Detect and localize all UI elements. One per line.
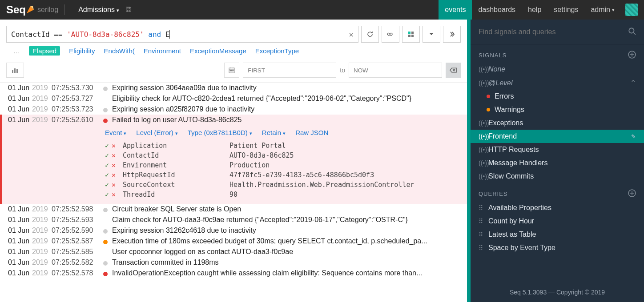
event-row[interactable]: 01 Jun 2019 07:25:52.587 Execution time … — [0, 236, 467, 246]
link-button[interactable] — [382, 26, 399, 43]
action-event[interactable]: Event — [105, 129, 126, 136]
include-prop-button[interactable]: ✓ — [105, 191, 109, 199]
event-row[interactable]: 01 Jun 2019 07:25:52.585 User cpoconner … — [0, 246, 467, 257]
app-name: serilog — [37, 6, 58, 14]
level-dot-icon — [103, 272, 108, 276]
grid-view-button[interactable] — [402, 26, 420, 43]
level-dot-icon — [103, 108, 108, 112]
clear-dates-button[interactable] — [446, 63, 461, 78]
include-prop-button[interactable]: ✓ — [105, 142, 109, 150]
event-date: 01 Jun — [8, 216, 32, 224]
date-to-input[interactable] — [349, 63, 442, 78]
exclude-prop-button[interactable]: ✕ — [112, 191, 116, 199]
add-signal-button[interactable] — [628, 51, 636, 60]
action-retain[interactable]: Retain — [262, 129, 286, 136]
suggestion[interactable]: Eligibility — [69, 47, 95, 55]
exclude-prop-button[interactable]: ✕ — [112, 151, 116, 159]
property-value: Patient Portal — [229, 142, 286, 150]
signal-http[interactable]: ((•))HTTP Requests — [471, 143, 644, 156]
nav-admin[interactable]: admin — [584, 0, 621, 20]
suggestion[interactable]: ExceptionType — [255, 47, 299, 55]
signal-errors[interactable]: Errors — [471, 90, 644, 103]
level-dot-icon — [103, 240, 108, 244]
suggestion[interactable]: Environment — [144, 47, 181, 55]
nav-help[interactable]: help — [522, 0, 547, 20]
nav-events[interactable]: events — [439, 0, 472, 20]
signal-exceptions[interactable]: ((•))Exceptions — [471, 116, 644, 130]
level-dot-icon — [103, 208, 108, 212]
signal-warnings[interactable]: Warnings — [471, 103, 644, 116]
include-prop-button[interactable]: ✓ — [105, 171, 109, 179]
query-available-properties[interactable]: ⠿Available Properties — [471, 201, 644, 215]
histogram-button[interactable] — [6, 63, 24, 78]
exclude-prop-button[interactable]: ✕ — [112, 161, 116, 169]
event-year: 2019 — [32, 116, 52, 124]
calendar-button[interactable] — [224, 63, 239, 78]
queries-header: QUERIES — [471, 183, 644, 201]
svg-rect-8 — [12, 70, 13, 73]
property-key: Environment — [123, 161, 229, 169]
action-level[interactable]: Level (Error) — [136, 129, 177, 136]
event-row[interactable]: 01 Jun 2019 07:25:52.598 Circuit breaker… — [0, 204, 467, 215]
signal-level[interactable]: ((•))@Level⌃ — [471, 76, 644, 90]
level-dot-icon — [103, 229, 108, 234]
workspace-dropdown[interactable]: Admissions — [78, 6, 119, 14]
query-latest-as-table[interactable]: ⠿Latest as Table — [471, 228, 644, 241]
event-time: 07:25:52.578 — [52, 269, 101, 277]
query-count-by-hour[interactable]: ⠿Count by Hour — [471, 215, 644, 228]
include-prop-button[interactable]: ✓ — [105, 161, 109, 169]
nav-settings[interactable]: settings — [547, 0, 584, 20]
event-row[interactable]: 01 Jun 2019 07:25:52.590 Expiring sessio… — [0, 225, 467, 236]
action-type[interactable]: Type (0xB7811B0D) — [188, 129, 252, 136]
clear-query-icon[interactable]: × — [349, 30, 354, 39]
event-year: 2019 — [32, 95, 52, 103]
search-icon[interactable] — [628, 27, 636, 36]
signal-slow[interactable]: ((•))Slow Commits — [471, 170, 644, 183]
exclude-prop-button[interactable]: ✕ — [112, 181, 116, 189]
event-message: Claim check for AUTO-daa3-f0c9ae returne… — [112, 216, 461, 224]
more-dropdown-button[interactable] — [423, 26, 440, 43]
event-row[interactable]: 01 Jun 2019 07:25:52.578 InvalidOperatio… — [0, 268, 467, 278]
save-icon[interactable] — [125, 6, 132, 14]
refresh-button[interactable] — [361, 26, 379, 43]
event-row[interactable]: 01 Jun 2019 07:25:53.727 Eligibility che… — [0, 93, 467, 104]
signal-none[interactable]: ((•))None — [471, 63, 644, 76]
more-suggestions-icon[interactable]: … — [13, 47, 20, 55]
chevron-up-icon[interactable]: ⌃ — [630, 79, 636, 87]
signal-handlers[interactable]: ((•))Message Handlers — [471, 156, 644, 170]
svg-rect-6 — [408, 35, 411, 37]
include-prop-button[interactable]: ✓ — [105, 151, 109, 159]
nav-dashboards[interactable]: dashboards — [472, 0, 522, 20]
pencil-icon[interactable]: ✎ — [631, 133, 636, 140]
resize-handle[interactable] — [467, 20, 471, 302]
avatar[interactable] — [625, 4, 638, 16]
date-from-input[interactable] — [243, 63, 336, 78]
exclude-prop-button[interactable]: ✕ — [112, 142, 116, 150]
event-row[interactable]: 01 Jun 2019 07:25:53.723 Expiring sessio… — [0, 104, 467, 115]
event-time: 07:25:52.585 — [52, 248, 101, 256]
exclude-prop-button[interactable]: ✕ — [112, 171, 116, 179]
include-prop-button[interactable]: ✓ — [105, 181, 109, 189]
svg-rect-13 — [231, 70, 232, 71]
red-dot-icon — [487, 95, 490, 98]
suggestion[interactable]: ExceptionMessage — [190, 47, 246, 55]
event-row[interactable]: 01 Jun 2019 07:25:52.593 Claim check for… — [0, 215, 467, 225]
expand-button[interactable] — [443, 26, 461, 43]
suggestion[interactable]: EndsWith( — [104, 47, 135, 55]
level-dot-icon — [103, 250, 108, 255]
event-time: 07:25:52.598 — [52, 205, 101, 213]
signal-frontend[interactable]: ((•))Frontend✎ — [471, 130, 644, 143]
action-raw-json[interactable]: Raw JSON — [295, 129, 328, 136]
query-space-by-type[interactable]: ⠿Space by Event Type — [471, 241, 644, 254]
level-dot-icon — [103, 97, 108, 102]
event-row[interactable]: 01 Jun 2019 07:25:52.582 Transaction com… — [0, 257, 467, 268]
event-detail: Event Level (Error) Type (0xB7811B0D) Re… — [0, 125, 467, 204]
query-input[interactable]: ContactId == 'AUTO-8d3a-86c825' and E × — [6, 26, 358, 43]
event-row[interactable]: 01 Jun 2019 07:25:53.730 Expiring sessio… — [0, 83, 467, 93]
add-query-button[interactable] — [628, 189, 636, 199]
event-time: 07:25:53.727 — [52, 95, 101, 103]
side-search-input[interactable] — [479, 28, 628, 36]
level-dot-icon — [103, 119, 108, 123]
suggestion-chip[interactable]: Elapsed — [29, 46, 60, 56]
event-row[interactable]: 01 Jun 2019 07:25:52.610 Failed to log o… — [0, 115, 467, 125]
